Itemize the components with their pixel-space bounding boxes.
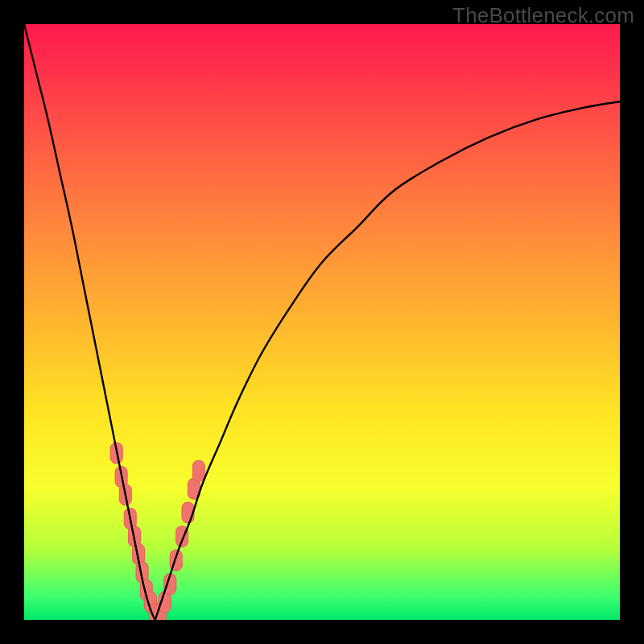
chart-frame: TheBottleneck.com — [0, 0, 644, 644]
chart-svg — [24, 24, 620, 620]
curve-right-branch — [155, 101, 620, 620]
watermark-text: TheBottleneck.com — [452, 3, 634, 28]
data-marker — [192, 460, 204, 481]
marker-layer — [110, 443, 204, 620]
plot-area — [24, 24, 620, 620]
